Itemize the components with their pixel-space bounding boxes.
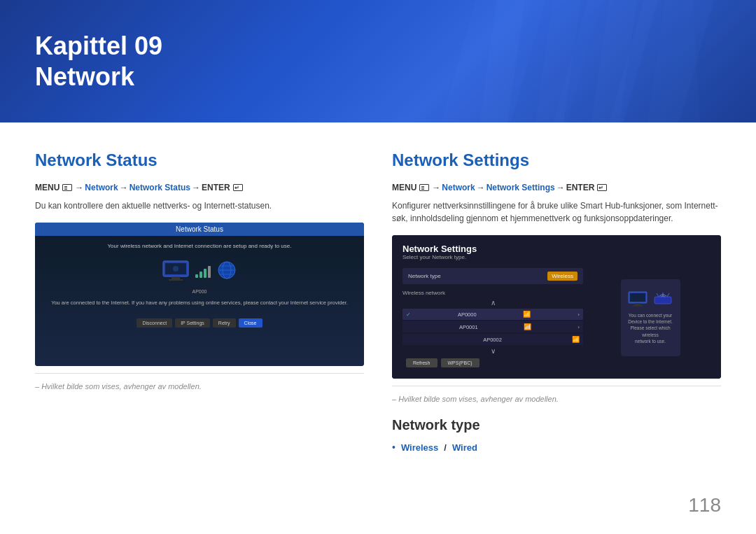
nset-arrow2: → — [477, 183, 485, 192]
nset-menu-icon — [419, 184, 429, 191]
ns-internet-text: You are connected to the Internet. If yo… — [49, 300, 350, 307]
header-text-block: Kapittel 09 Network — [35, 31, 162, 91]
network-settings-section: Network Settings MENU → Network → Networ… — [392, 150, 721, 453]
nset-right-panel: You can connect yourDevice to the Intern… — [590, 268, 710, 367]
svg-rect-23 — [654, 297, 671, 304]
nset-ap-row-1[interactable]: AP0001 📶 › — [402, 321, 583, 332]
network-status-section: Network Status MENU → Network → Network … — [35, 150, 364, 453]
nset-network-type-row: Network type Wireless — [402, 268, 583, 284]
ns-retry-btn[interactable]: Retry — [213, 318, 236, 328]
arrow2: → — [120, 183, 128, 192]
ns-buttons-row: Disconnect IP Settings Retry Close — [42, 313, 357, 333]
enter-icon — [233, 184, 243, 191]
svg-line-25 — [657, 293, 659, 297]
nset-screen-subtitle: Select your Network type. — [402, 254, 710, 260]
nset-arrow-0: › — [578, 311, 580, 318]
wireless-link[interactable]: Wireless — [401, 442, 438, 453]
ns-icons-row — [42, 260, 357, 283]
svg-rect-21 — [633, 305, 643, 307]
network-type-item: • Wireless / Wired — [392, 442, 721, 453]
network-settings-title: Network Settings — [392, 150, 721, 170]
nset-arrow1: → — [432, 183, 440, 192]
network-status-description: Du kan kontrollere den aktuelle nettverk… — [35, 199, 364, 212]
svg-rect-20 — [635, 303, 640, 305]
nset-enter-label: ENTER — [566, 183, 595, 192]
enter-label: ENTER — [202, 183, 230, 192]
svg-point-13 — [173, 266, 178, 272]
network-type-section: Network type • Wireless / Wired — [392, 417, 721, 453]
wired-link[interactable]: Wired — [452, 442, 477, 453]
nset-content: Network type Wireless Wireless network ∧… — [392, 265, 721, 371]
nset-arrow3: → — [556, 183, 565, 192]
svg-rect-10 — [172, 276, 180, 279]
nset-ap-row-2[interactable]: AP0002 📶 — [402, 334, 583, 345]
nset-wifi-0: 📶 — [523, 311, 531, 318]
nset-settings-link: Network Settings — [486, 183, 555, 192]
network-settings-screenshot: Network Settings Select your Network typ… — [392, 235, 721, 379]
chapter-label: Kapittel 09 — [35, 31, 162, 61]
type-separator: / — [444, 442, 447, 453]
nset-ap-row-0[interactable]: ✓ AP0000 📶 › — [402, 309, 583, 320]
ns-screen: Network Status Your wireless network and… — [35, 223, 364, 366]
arrow1: → — [75, 183, 83, 192]
svg-rect-22 — [630, 293, 645, 302]
status-link: Network Status — [130, 183, 190, 192]
nset-arrow-1: › — [578, 324, 580, 330]
ns-tv-icon — [162, 260, 190, 283]
network-type-title: Network type — [392, 417, 721, 433]
nset-device-text: You can connect yourDevice to the Intern… — [626, 312, 675, 344]
nset-wps-btn[interactable]: WPS(PBC) — [441, 358, 479, 367]
nset-network-link: Network — [442, 183, 475, 192]
bullet-icon: • — [392, 442, 396, 453]
nset-device-icons — [628, 291, 673, 307]
ns-divider — [35, 373, 364, 374]
network-status-screenshot: Network Status Your wireless network and… — [35, 223, 364, 366]
nset-wireless-label: Wireless network — [402, 290, 583, 296]
nset-ap-name-0: AP0000 — [458, 311, 477, 318]
svg-line-26 — [667, 293, 669, 297]
nset-screen: Network Settings Select your Network typ… — [392, 235, 721, 379]
nset-tv-icon — [628, 291, 648, 307]
nset-left-panel: Network type Wireless Wireless network ∧… — [402, 268, 583, 367]
network-link: Network — [85, 183, 118, 192]
page-header: Kapittel 09 Network — [0, 0, 756, 122]
ns-signal-bars — [195, 265, 211, 278]
nset-ap-name-1: AP0001 — [459, 324, 478, 330]
nset-network-type-label: Network type — [408, 273, 441, 279]
nset-ap-name-2: AP0002 — [483, 337, 502, 343]
ns-close-btn[interactable]: Close — [239, 318, 262, 328]
ns-body: Your wireless network and Internet conne… — [35, 236, 364, 340]
menu-icon — [62, 184, 72, 191]
nset-caption: – Hvilket bilde som vises, avhenger av m… — [392, 395, 721, 403]
ns-title-bar: Network Status — [35, 223, 364, 236]
svg-rect-11 — [169, 279, 183, 281]
nset-check-0: ✓ — [406, 311, 411, 318]
ns-globe-icon — [216, 260, 237, 283]
network-settings-description: Konfigurer nettverksinnstillingene for å… — [392, 199, 721, 225]
nset-divider — [392, 386, 721, 386]
nset-enter-icon — [597, 184, 607, 191]
nset-chevron-down: ∨ — [402, 347, 583, 355]
nset-wifi-2: 📶 — [572, 336, 580, 343]
network-type-list: • Wireless / Wired — [392, 442, 721, 453]
network-status-title: Network Status — [35, 150, 364, 170]
nset-refresh-btn[interactable]: Refresh — [406, 358, 438, 367]
ns-connected-text: Your wireless network and Internet conne… — [42, 243, 357, 249]
network-settings-menu-path: MENU → Network → Network Settings → ENTE… — [392, 183, 721, 192]
nset-menu-label: MENU — [392, 183, 416, 192]
ns-caption: – Hvilket bilde som vises, avhenger av m… — [35, 382, 364, 391]
menu-label: MENU — [35, 183, 59, 192]
ns-ap-label: AP000 — [42, 289, 357, 294]
nset-chevron-up: ∧ — [402, 299, 583, 307]
page-number: 118 — [688, 494, 721, 517]
nset-title-area: Network Settings Select your Network typ… — [392, 235, 721, 265]
nset-router-icon — [653, 291, 673, 307]
ns-ipsettings-btn[interactable]: IP Settings — [175, 318, 210, 328]
nset-device-area: You can connect yourDevice to the Intern… — [621, 279, 680, 356]
nset-bottom-buttons: Refresh WPS(PBC) — [402, 358, 583, 367]
network-status-menu-path: MENU → Network → Network Status → ENTER — [35, 183, 364, 192]
nset-screen-title: Network Settings — [402, 244, 710, 254]
arrow3: → — [192, 183, 200, 192]
main-content: Network Status MENU → Network → Network … — [0, 122, 756, 481]
ns-disconnect-btn[interactable]: Disconnect — [136, 318, 172, 328]
